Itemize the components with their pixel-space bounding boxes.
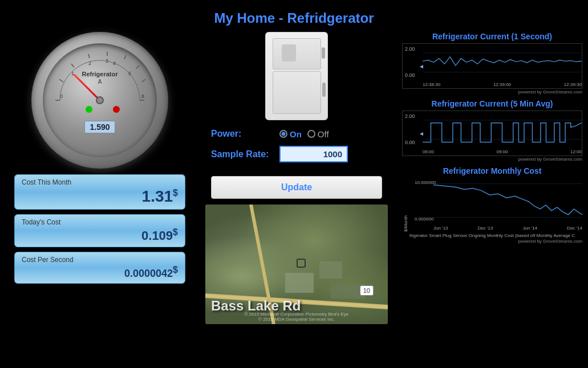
chart3-x1: Jun '13 bbox=[433, 226, 448, 231]
chart1-x3: 12:39:30 bbox=[564, 82, 582, 87]
power-on-option[interactable]: On bbox=[279, 129, 302, 139]
power-label: Power: bbox=[211, 129, 279, 139]
map-location-marker bbox=[297, 259, 306, 268]
gauge-unit: A bbox=[98, 79, 102, 85]
gauge-label: Refrigerator bbox=[82, 71, 118, 77]
update-button[interactable]: Update bbox=[211, 176, 382, 199]
power-off-option[interactable]: Off bbox=[307, 129, 329, 139]
chart3-powered: powered by GroveStreams.com bbox=[402, 239, 582, 244]
sample-rate-row: Sample Rate: bbox=[211, 146, 382, 162]
page-title: My Home - Refridgerator bbox=[0, 0, 588, 32]
gauge-red-dot bbox=[113, 106, 120, 113]
chart2-x1: 06:00 bbox=[423, 149, 434, 154]
chart3-xlabels: Jun '13 Dec '13 Jun '14 Dec '14 bbox=[433, 226, 582, 231]
map-zoom-badge: 10 bbox=[360, 285, 374, 296]
chart1-box: 2.00 0.00 ◄ 12:38:30 12:39:00 12:39:30 bbox=[402, 43, 582, 89]
gauge-outer: 0 1 2 3 4 5 6 bbox=[31, 32, 168, 169]
cost-per-second-card: Cost Per Second 0.0000042$ bbox=[14, 252, 185, 284]
left-column: 0 1 2 3 4 5 6 bbox=[6, 32, 194, 324]
todays-cost-label: Today's Cost bbox=[22, 218, 178, 226]
chart2-title: Refrigerator Current (5 Min Avg) bbox=[402, 99, 582, 108]
chart1-xlabels: 12:38:30 12:39:00 12:39:30 bbox=[423, 82, 582, 87]
chart1-ymin: 0.00 bbox=[405, 72, 415, 78]
middle-column: Power: On Off Sample Rate: Update bbox=[200, 32, 394, 324]
chart2-xlabels: 06:00 09:00 12:00 bbox=[423, 149, 582, 154]
chart3-box: $/Month 10.000000 0.000000 Jun '13 Dec '… bbox=[402, 178, 582, 232]
chart3-x3: Jun '14 bbox=[523, 226, 538, 231]
fridge-dispenser bbox=[282, 44, 296, 62]
power-off-radio[interactable] bbox=[307, 130, 315, 138]
fridge-handle-bottom bbox=[322, 83, 326, 97]
gauge-container: 0 1 2 3 4 5 6 bbox=[31, 32, 168, 169]
chart3-section: Refrigerator Monthly Cost $/Month 10.000… bbox=[402, 166, 582, 244]
svg-line-7 bbox=[142, 79, 145, 82]
chart3-x4: Dec '14 bbox=[567, 226, 582, 231]
power-radio-group[interactable]: On Off bbox=[279, 129, 329, 139]
chart1-powered: powered by GroveStreams.com bbox=[402, 89, 582, 95]
cost-per-second-value: 0.0000042$ bbox=[22, 265, 178, 280]
chart2-ymax: 2.00 bbox=[405, 113, 415, 119]
chart2-ymin: 0.00 bbox=[405, 140, 415, 145]
sample-rate-label: Sample Rate: bbox=[211, 149, 279, 160]
gauge-center-dot bbox=[96, 96, 104, 104]
map-copyright: © 2015 Microsoft Corporation Pictometry … bbox=[205, 312, 388, 322]
svg-rect-13 bbox=[319, 261, 342, 279]
fridge-bottom-section bbox=[273, 71, 321, 114]
power-control-row: Power: On Off bbox=[211, 129, 382, 139]
chart2-section: Refrigerator Current (5 Min Avg) 2.00 0.… bbox=[402, 99, 582, 162]
controls-area: Power: On Off Sample Rate: bbox=[211, 129, 382, 169]
cost-this-month-card: Cost This Month 1.31$ bbox=[14, 174, 185, 210]
cost-per-second-label: Cost Per Second bbox=[22, 256, 178, 264]
chart3-bottom-text: frigerator Smart Plug Sensor Ongoing Mon… bbox=[402, 233, 582, 238]
chart1-x2: 12:39:00 bbox=[493, 82, 511, 87]
svg-line-1 bbox=[59, 79, 63, 82]
chart3-title: Refrigerator Monthly Cost bbox=[402, 166, 582, 175]
svg-line-6 bbox=[136, 66, 139, 68]
right-column: Refrigerator Current (1 Second) 2.00 0.0… bbox=[399, 32, 582, 324]
todays-cost-value: 0.109$ bbox=[22, 227, 178, 243]
power-off-label: Off bbox=[318, 129, 329, 139]
chart1-title: Refrigerator Current (1 Second) bbox=[402, 32, 582, 41]
chart3-ymin: 0.000000 bbox=[415, 216, 433, 222]
power-on-label: On bbox=[290, 129, 302, 139]
gauge-green-dot bbox=[86, 106, 92, 113]
chart3-svg bbox=[433, 178, 582, 232]
chart2-x2: 09:00 bbox=[496, 149, 508, 154]
fridge-top-section bbox=[273, 38, 321, 69]
chart1-ymax: 2.00 bbox=[405, 46, 415, 52]
todays-cost-card: Today's Cost 0.109$ bbox=[14, 214, 185, 247]
chart2-box: 2.00 0.00 ◄ 06:00 09:00 12:00 bbox=[402, 111, 582, 156]
power-on-radio[interactable] bbox=[279, 130, 287, 138]
chart1-section: Refrigerator Current (1 Second) 2.00 0.0… bbox=[402, 32, 582, 95]
fridge-image bbox=[265, 32, 328, 120]
gauge-inner: 0 1 2 3 4 5 6 bbox=[43, 43, 157, 157]
svg-line-5 bbox=[124, 55, 126, 59]
cost-this-month-label: Cost This Month bbox=[22, 178, 178, 186]
cost-this-month-value: 1.31$ bbox=[22, 187, 178, 206]
chart1-x1: 12:38:30 bbox=[423, 82, 440, 87]
svg-line-3 bbox=[88, 54, 90, 58]
svg-rect-12 bbox=[285, 273, 314, 293]
gauge-value: 1.590 bbox=[84, 121, 115, 133]
chart2-powered: powered by GroveStreams.com bbox=[402, 157, 582, 162]
map-background: 10 Bass Lake Rd © 2015 Microsoft Corpora… bbox=[205, 205, 388, 324]
map-area: 10 Bass Lake Rd © 2015 Microsoft Corpora… bbox=[205, 205, 388, 324]
chart3-x2: Dec '13 bbox=[478, 226, 493, 231]
chart3-yaxis-label: $/Month bbox=[403, 178, 408, 232]
fridge-handle-top bbox=[322, 47, 325, 59]
sample-rate-input[interactable] bbox=[279, 146, 348, 162]
svg-line-2 bbox=[71, 64, 74, 67]
chart2-x3: 12:00 bbox=[570, 149, 582, 154]
